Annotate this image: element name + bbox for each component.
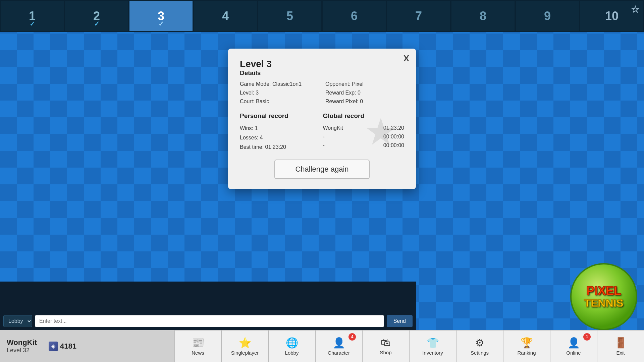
personal-record-title: Personal record — [240, 112, 321, 120]
game-mode-row: Game Mode: Classic1on1 — [240, 80, 319, 88]
nav-btn-settings[interactable]: ⚙ Settings — [456, 330, 503, 362]
game-logo: PIXEL TENNIS — [530, 263, 644, 330]
nav-label-ranking: Ranking — [517, 350, 536, 356]
level-tab-2[interactable]: 2 ✓ — [64, 0, 129, 32]
user-level-display: Level 32 — [7, 347, 37, 354]
opponent-row: Opponent: Pixel — [325, 80, 404, 88]
currency-icon: ◈ — [49, 342, 58, 351]
chat-channel-dropdown[interactable]: Lobby — [3, 315, 32, 327]
bottom-nav-bar: WongKit Level 32 ◈ 4181 📰 News ⭐ Singlep… — [0, 330, 644, 362]
nav-btn-exit[interactable]: 🚪 Exit — [597, 330, 644, 362]
user-text: WongKit Level 32 — [7, 338, 37, 354]
losses-value: 4 — [260, 135, 263, 140]
level-tab-5[interactable]: 5 — [258, 0, 322, 32]
inventory-icon: 👕 — [427, 337, 439, 349]
nav-label-news: News — [192, 350, 204, 356]
personal-record-col: Personal record Wins: 1 Losses: 4 Best t… — [240, 112, 321, 151]
logo-pixel-text: PIXEL — [584, 284, 623, 298]
level-tab-3[interactable]: 3 ✓ — [129, 0, 193, 32]
level-tab-6[interactable]: 6 — [322, 0, 386, 32]
exit-icon: 🚪 — [614, 337, 627, 349]
currency-amount: 4181 — [60, 342, 76, 351]
lobby-icon: 🌐 — [286, 337, 298, 349]
character-badge: 4 — [348, 333, 356, 341]
reward-pixel-val: 0 — [360, 99, 363, 104]
losses-label: Losses: — [240, 135, 258, 140]
global-record-time-1: 01:23:20 — [383, 125, 404, 131]
chat-input-area: Lobby Send — [0, 312, 416, 330]
nav-btn-news[interactable]: 📰 News — [174, 330, 221, 362]
shop-icon: 🛍 — [381, 337, 391, 348]
nav-btn-character[interactable]: 👤 Character 4 — [315, 330, 362, 362]
level-tab-8-number: 8 — [480, 9, 486, 23]
level-tabs-bar: 1 ✓ 2 ✓ 3 ✓ 4 5 6 7 8 9 ☆ 10 — [0, 0, 644, 32]
logo-circle: PIXEL TENNIS — [570, 263, 637, 330]
opponent-val: Pixel — [352, 81, 364, 87]
game-mode-val: Classic1on1 — [272, 81, 302, 87]
global-record-name-1: WongKit — [323, 125, 343, 131]
level-dialog: Level 3 X Details Game Mode: Classic1on1… — [228, 49, 416, 189]
ranking-icon: 🏆 — [521, 337, 533, 349]
nav-label-exit: Exit — [616, 350, 625, 356]
global-record-name-3: - — [323, 142, 325, 148]
singleplayer-icon: ⭐ — [239, 337, 251, 349]
nav-btn-inventory[interactable]: 👕 Inventory — [409, 330, 456, 362]
global-record-row-1: WongKit 01:23:20 — [323, 124, 405, 132]
reward-pixel-row: Reward Pixel: 0 — [325, 98, 404, 106]
username-display: WongKit — [7, 338, 37, 347]
global-record-row-3: - 00:00:00 — [323, 142, 405, 149]
global-record-row-2: - 00:00:00 — [323, 133, 405, 140]
nav-btn-shop[interactable]: 🛍 Shop — [362, 330, 409, 362]
dialog-title: Level 3 — [240, 59, 272, 69]
level-tab-7-number: 7 — [415, 9, 422, 23]
best-time-value: 01:23:20 — [265, 144, 286, 150]
level-tab-6-number: 6 — [351, 9, 358, 23]
level-row: Level: 3 — [240, 89, 319, 97]
court-label: Court: — [240, 99, 255, 104]
wins-value: 1 — [255, 125, 258, 131]
nav-btn-online[interactable]: 👤 Online 1 — [550, 330, 597, 362]
level-tab-10-number: 10 — [605, 9, 619, 23]
level-tab-10-star-icon: ☆ — [631, 4, 639, 15]
settings-icon: ⚙ — [475, 337, 484, 349]
nav-label-character: Character — [328, 350, 350, 356]
nav-btn-ranking[interactable]: 🏆 Ranking — [503, 330, 550, 362]
level-tab-7[interactable]: 7 — [386, 0, 451, 32]
level-tab-3-check: ✓ — [158, 20, 164, 28]
challenge-again-button[interactable]: Challenge again — [274, 160, 369, 179]
level-label: Level: — [240, 90, 254, 96]
level-tab-1[interactable]: 1 ✓ — [0, 0, 64, 32]
opponent-label: Opponent: — [325, 81, 351, 87]
level-tab-10[interactable]: ☆ 10 — [580, 0, 644, 32]
reward-exp-val: 0 — [358, 90, 361, 96]
nav-label-shop: Shop — [380, 350, 391, 355]
currency-display: ◈ 4181 — [49, 342, 76, 351]
news-icon: 📰 — [192, 337, 204, 349]
nav-label-settings: Settings — [471, 350, 489, 356]
losses-row: Losses: 4 — [240, 134, 321, 142]
global-record-col: Global record WongKit 01:23:20 - 00:00:0… — [323, 112, 405, 151]
best-time-label: Best time: — [240, 144, 264, 150]
wins-label: Wins: — [240, 125, 253, 131]
level-tab-8[interactable]: 8 — [451, 0, 515, 32]
dialog-close-button[interactable]: X — [404, 54, 409, 63]
reward-exp-label: Reward Exp: — [325, 90, 356, 96]
details-grid: Game Mode: Classic1on1 Opponent: Pixel L… — [240, 80, 404, 106]
nav-btn-lobby[interactable]: 🌐 Lobby — [268, 330, 315, 362]
level-tab-4-number: 4 — [222, 9, 229, 23]
level-tab-1-check: ✓ — [30, 20, 35, 28]
user-info-panel: WongKit Level 32 ◈ 4181 — [0, 330, 174, 362]
chat-send-button[interactable]: Send — [387, 315, 413, 327]
chat-text-input[interactable] — [35, 315, 384, 327]
level-tab-9-number: 9 — [544, 9, 551, 23]
nav-btn-singleplayer[interactable]: ⭐ Singleplayer — [221, 330, 268, 362]
logo-text: PIXEL TENNIS — [584, 284, 623, 309]
level-tab-9[interactable]: 9 — [515, 0, 580, 32]
nav-buttons-group: 📰 News ⭐ Singleplayer 🌐 Lobby 👤 Characte… — [174, 330, 644, 362]
global-record-time-2: 00:00:00 — [383, 134, 404, 140]
reward-pixel-label: Reward Pixel: — [325, 99, 359, 104]
online-badge: 1 — [583, 333, 591, 341]
level-tab-4[interactable]: 4 — [193, 0, 258, 32]
nav-label-singleplayer: Singleplayer — [231, 350, 259, 356]
court-val: Basic — [256, 99, 269, 104]
